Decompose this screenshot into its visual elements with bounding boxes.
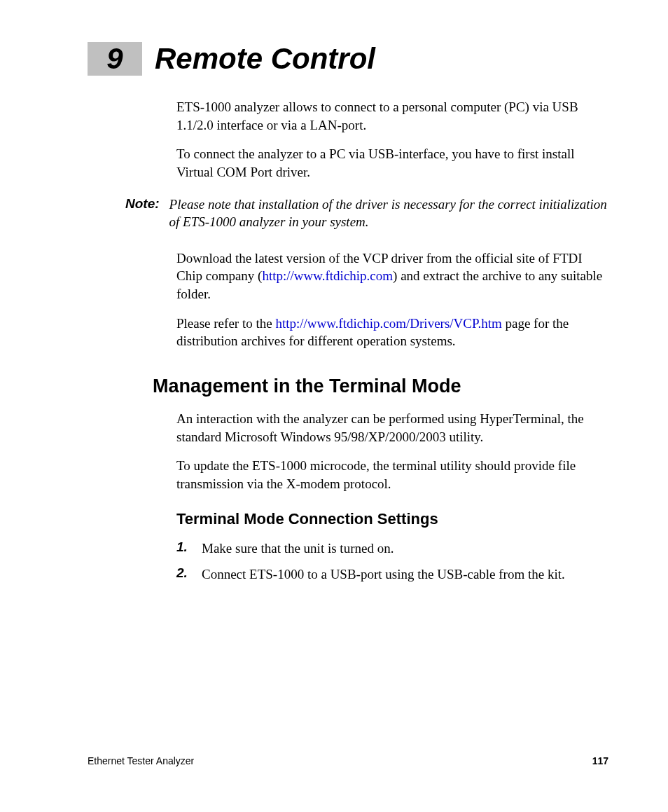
chapter-title: Remote Control bbox=[142, 42, 375, 76]
step-text: Make sure that the unit is turned on. bbox=[202, 539, 394, 558]
note-label: Note: bbox=[125, 195, 160, 212]
ftdi-vcp-link[interactable]: http://www.ftdichip.com/Drivers/VCP.htm bbox=[275, 316, 501, 331]
section-management-body: An interaction with the analyzer can be … bbox=[176, 410, 608, 493]
section-connection-title: Terminal Mode Connection Settings bbox=[176, 510, 608, 528]
intro-block: ETS-1000 analyzer allows to connect to a… bbox=[176, 98, 608, 181]
management-paragraph-2: To update the ETS-1000 microcode, the te… bbox=[176, 457, 608, 493]
management-paragraph-1: An interaction with the analyzer can be … bbox=[176, 410, 608, 446]
ftdi-home-link[interactable]: http://www.ftdichip.com bbox=[262, 268, 393, 283]
chapter-number-box: 9 bbox=[88, 42, 142, 76]
intro-paragraph-1: ETS-1000 analyzer allows to connect to a… bbox=[176, 98, 608, 134]
chapter-heading: 9 Remote Control bbox=[88, 42, 608, 76]
download-paragraph: Download the latest version of the VCP d… bbox=[176, 249, 608, 303]
list-item: 1. Make sure that the unit is turned on. bbox=[176, 539, 608, 558]
step-number: 1. bbox=[176, 539, 190, 555]
step-text: Connect ETS-1000 to a USB-port using the… bbox=[202, 565, 565, 584]
step-number: 2. bbox=[176, 565, 190, 581]
steps-list: 1. Make sure that the unit is turned on.… bbox=[176, 539, 608, 584]
footer-page-number: 117 bbox=[592, 755, 608, 766]
page-footer: Ethernet Tester Analyzer 117 bbox=[88, 755, 608, 766]
section-management-title: Management in the Terminal Mode bbox=[153, 376, 608, 397]
intro-paragraph-2: To connect the analyzer to a PC via USB-… bbox=[176, 145, 608, 181]
chapter-number: 9 bbox=[106, 42, 123, 76]
refer-paragraph: Please refer to the http://www.ftdichip.… bbox=[176, 315, 608, 350]
note-block: Note: Please note that installation of t… bbox=[125, 195, 608, 231]
footer-title: Ethernet Tester Analyzer bbox=[88, 755, 194, 766]
post-note-block: Download the latest version of the VCP d… bbox=[176, 249, 608, 350]
document-page: 9 Remote Control ETS-1000 analyzer allow… bbox=[0, 0, 668, 812]
note-text: Please note that installation of the dri… bbox=[169, 195, 608, 231]
list-item: 2. Connect ETS-1000 to a USB-port using … bbox=[176, 565, 608, 584]
refer-text-pre: Please refer to the bbox=[176, 316, 275, 331]
